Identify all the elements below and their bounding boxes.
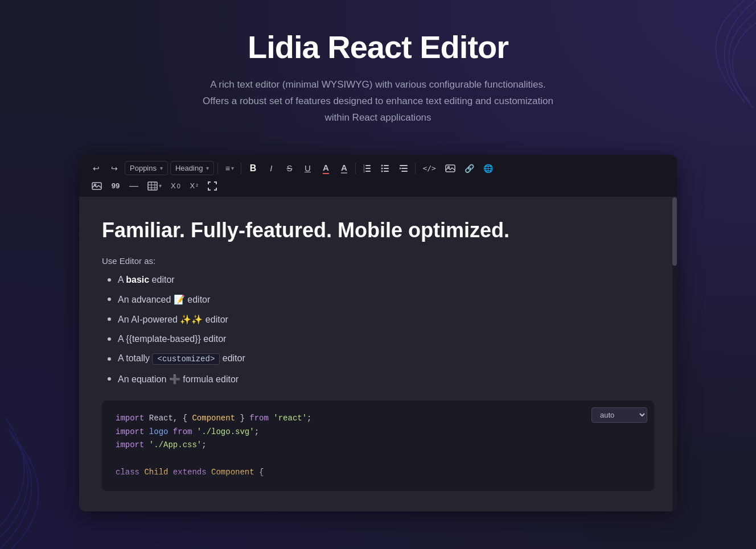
- align-button[interactable]: ≡ ▾: [221, 162, 237, 175]
- image-file-button[interactable]: [88, 180, 105, 192]
- font-family-select[interactable]: Poppins ▾: [125, 161, 168, 175]
- bold-basic: basic: [126, 275, 149, 284]
- bullet-icon: [108, 317, 111, 321]
- ordered-list-icon: 1 2 3: [363, 164, 372, 173]
- subscript-button[interactable]: X0: [167, 179, 184, 192]
- image-file-icon: [92, 182, 102, 190]
- svg-rect-6: [384, 165, 389, 166]
- editor-heading: Familiar. Fully-featured. Mobile optimiz…: [102, 218, 654, 242]
- page-container: Lidia React Editor A rich text editor (m…: [0, 0, 756, 534]
- image-icon: [445, 164, 455, 172]
- language-button[interactable]: 🌐: [480, 162, 496, 175]
- svg-rect-0: [365, 165, 371, 166]
- italic-button[interactable]: I: [263, 161, 279, 175]
- scrollbar-thumb[interactable]: [672, 197, 677, 266]
- toolbar: ↩ ↪ Poppins ▾ Heading ▾ ≡ ▾: [79, 155, 677, 197]
- unordered-list-button[interactable]: [377, 162, 393, 175]
- code-language-select[interactable]: auto javascript typescript python: [591, 407, 647, 423]
- table-icon: [147, 181, 158, 191]
- list-item: A totally <customized> editor: [108, 353, 654, 365]
- customized-badge: <customized>: [152, 353, 220, 365]
- list-item: An equation ➕ formula editor: [108, 374, 654, 385]
- table-button[interactable]: ▾: [144, 179, 165, 193]
- toolbar-row-1: ↩ ↪ Poppins ▾ Heading ▾ ≡ ▾: [88, 160, 668, 176]
- scrollbar-track[interactable]: [672, 197, 677, 511]
- heading-chevron-icon: ▾: [206, 165, 209, 171]
- header: Lidia React Editor A rich text editor (m…: [203, 28, 553, 126]
- toolbar-divider-2: [241, 163, 241, 174]
- toolbar-divider-4: [415, 163, 416, 174]
- image-button[interactable]: [442, 162, 459, 175]
- list-item: A {{template-based}} editor: [108, 334, 654, 344]
- code-line-2: import logo from './logo.svg';: [116, 426, 640, 439]
- redo-button[interactable]: ↪: [106, 162, 122, 175]
- page-title: Lidia React Editor: [203, 28, 553, 65]
- fullscreen-icon: [208, 181, 217, 191]
- use-editor-label: Use Editor as:: [102, 256, 654, 266]
- svg-marker-15: [400, 167, 401, 170]
- underline-button[interactable]: U: [299, 161, 315, 175]
- code-block-wrapper: auto javascript typescript python import…: [102, 401, 654, 491]
- strikethrough-button[interactable]: S: [281, 161, 297, 175]
- heading-select[interactable]: Heading ▾: [170, 161, 214, 175]
- editor-content[interactable]: Familiar. Fully-featured. Mobile optimiz…: [79, 197, 677, 511]
- svg-rect-1: [365, 168, 371, 169]
- superscript-button[interactable]: X²: [186, 179, 202, 192]
- svg-rect-20: [148, 182, 157, 190]
- bullet-icon: [108, 278, 111, 282]
- ordered-list-button[interactable]: 1 2 3: [359, 162, 375, 175]
- code-line-blank: [116, 452, 640, 466]
- code-inline-button[interactable]: </>: [419, 162, 439, 175]
- text-underline-color-button[interactable]: A: [318, 160, 334, 176]
- bullet-icon: [108, 298, 111, 301]
- align-chevron-icon: ▾: [231, 165, 234, 171]
- unordered-list-icon: [381, 164, 390, 173]
- indent-button[interactable]: [396, 162, 412, 175]
- bullet-icon: [108, 357, 111, 361]
- code-line-4: class Child extends Component {: [116, 466, 640, 480]
- svg-rect-8: [384, 171, 389, 172]
- svg-rect-7: [384, 168, 389, 169]
- svg-rect-2: [365, 171, 371, 172]
- feature-list: A basic editor An advanced 📝 editor An A…: [102, 275, 654, 385]
- svg-rect-12: [400, 165, 408, 166]
- svg-point-11: [381, 170, 383, 172]
- undo-button[interactable]: ↩: [88, 162, 104, 175]
- list-item: An advanced 📝 editor: [108, 294, 654, 305]
- bold-button[interactable]: B: [245, 161, 261, 176]
- code-block: import React, { Component } from 'react'…: [102, 401, 654, 491]
- svg-text:3: 3: [363, 170, 365, 173]
- svg-point-9: [381, 164, 383, 166]
- toolbar-divider-1: [217, 163, 218, 174]
- font-color-button[interactable]: A: [336, 160, 352, 176]
- code-line-1: import React, { Component } from 'react'…: [116, 412, 640, 426]
- table-chevron-icon: ▾: [159, 183, 162, 189]
- bullet-icon: [108, 337, 111, 341]
- code-line-3: import './App.css';: [116, 439, 640, 452]
- indent-icon: [399, 164, 408, 173]
- list-item: A basic editor: [108, 275, 654, 285]
- svg-point-10: [381, 167, 383, 169]
- fullscreen-button[interactable]: [204, 179, 220, 193]
- font-family-chevron-icon: ▾: [160, 165, 163, 171]
- bullet-icon: [108, 377, 111, 381]
- svg-rect-14: [401, 171, 408, 172]
- quote-button[interactable]: 99: [108, 179, 124, 192]
- list-item: An AI-powered ✨✨ editor: [108, 314, 654, 325]
- hr-button[interactable]: —: [126, 179, 142, 193]
- link-button[interactable]: 🔗: [461, 162, 478, 175]
- svg-rect-13: [401, 168, 408, 169]
- editor-wrapper: ↩ ↪ Poppins ▾ Heading ▾ ≡ ▾: [79, 155, 677, 511]
- toolbar-divider-3: [355, 163, 356, 174]
- toolbar-row-2: 99 — ▾ X0: [88, 179, 668, 193]
- page-description: A rich text editor (minimal WYSIWYG) wit…: [203, 77, 553, 126]
